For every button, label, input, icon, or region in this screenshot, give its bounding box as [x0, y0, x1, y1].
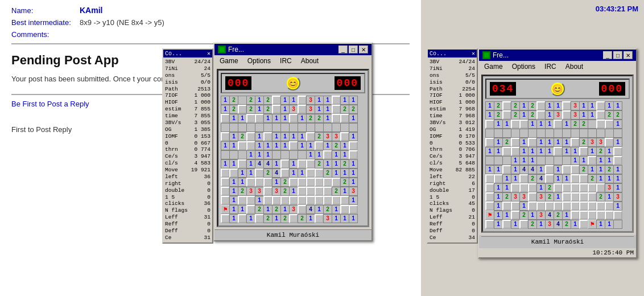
ms-cell[interactable]: 1 — [340, 96, 349, 105]
ms-cell[interactable]: 2 — [272, 205, 281, 214]
ms-cell[interactable]: 1 — [494, 202, 503, 211]
ms-cell[interactable]: 1 — [536, 183, 546, 192]
ms-cell[interactable]: 1 — [562, 147, 571, 156]
ms-cell[interactable]: 2 — [613, 110, 622, 120]
fc2-close-btn[interactable]: ✕ — [624, 51, 633, 59]
ms-cell[interactable]: 1 — [613, 183, 622, 192]
ms-cell[interactable] — [605, 138, 614, 147]
ms-cell[interactable]: 1 — [554, 101, 563, 110]
ms-cell[interactable] — [229, 168, 238, 178]
ms-cell[interactable] — [246, 205, 255, 214]
ms-cell[interactable] — [272, 105, 281, 114]
ms-cell[interactable]: 3 — [246, 187, 255, 196]
ms-cell[interactable]: 1 — [229, 214, 238, 223]
ms-cell[interactable]: 1 — [494, 211, 503, 220]
ms-cell[interactable]: 1 — [280, 114, 290, 123]
ms-cell[interactable] — [306, 159, 315, 168]
ms-cell[interactable]: 1 — [588, 101, 597, 110]
ms-cell[interactable]: 3 — [588, 138, 597, 147]
ms-cell[interactable]: 1 — [280, 105, 290, 114]
ms-cell[interactable] — [289, 196, 298, 205]
ms-cell[interactable] — [536, 156, 546, 165]
ms-cell[interactable]: 1 — [502, 120, 511, 129]
ms-cell[interactable] — [519, 129, 529, 138]
ms-cell[interactable] — [485, 120, 494, 129]
ms-cell[interactable] — [349, 123, 358, 132]
ms-cell[interactable]: 1 — [536, 120, 546, 129]
ms-cell[interactable]: 2 — [263, 168, 273, 178]
ms-cell[interactable]: 2 — [511, 110, 520, 120]
ms-cell[interactable]: 1 — [255, 141, 264, 150]
ms-cell[interactable]: 1 — [528, 120, 537, 129]
ms-cell[interactable] — [289, 123, 298, 132]
ms-cell[interactable]: 1 — [255, 132, 264, 141]
ms-cell[interactable]: 1 — [323, 114, 332, 123]
ms-cell[interactable]: 4 — [519, 165, 529, 174]
ms-cell[interactable] — [306, 178, 315, 187]
ms-cell[interactable]: 1 — [545, 101, 554, 110]
ms-cell[interactable] — [494, 156, 503, 165]
ms-cell[interactable]: 1 — [280, 141, 290, 150]
ms-cell[interactable] — [596, 110, 605, 120]
ms-cell[interactable] — [579, 211, 588, 220]
ms-cell[interactable] — [502, 129, 511, 138]
ms-cell[interactable]: 1 — [596, 220, 605, 229]
ms-cell[interactable]: 1 — [494, 220, 503, 229]
ms-cell[interactable]: 1 — [272, 178, 281, 187]
ms-cell[interactable]: 1 — [519, 101, 529, 110]
ms-cell[interactable] — [536, 129, 546, 138]
ms-cell[interactable]: 2 — [263, 105, 273, 114]
ms-cell[interactable]: 1 — [519, 110, 529, 120]
ms-cell[interactable] — [306, 187, 315, 196]
ms-cell[interactable] — [502, 202, 511, 211]
fc2-smiley[interactable]: 😊 — [550, 81, 565, 96]
ms-cell[interactable]: 1 — [494, 192, 503, 202]
ms-cell[interactable] — [306, 132, 315, 141]
ms-cell[interactable]: 1 — [323, 141, 332, 150]
ms-cell[interactable]: 1 — [272, 214, 281, 223]
ms-cell[interactable]: 2 — [332, 141, 341, 150]
ms-cell[interactable] — [554, 147, 563, 156]
ms-cell[interactable]: 1 — [349, 114, 358, 123]
ms-cell[interactable] — [306, 123, 315, 132]
ms-cell[interactable]: 2 — [323, 168, 332, 178]
ms-cell[interactable]: 1 — [571, 220, 580, 229]
ms-cell[interactable] — [263, 123, 273, 132]
ms-cell[interactable] — [528, 183, 537, 192]
ms-cell[interactable]: 2 — [528, 174, 537, 183]
ms-cell[interactable] — [221, 187, 230, 196]
ms-cell[interactable]: 1 — [528, 147, 537, 156]
ms-cell[interactable] — [323, 123, 332, 132]
ms-cell[interactable]: 1 — [340, 150, 349, 159]
ms-cell[interactable]: 1 — [306, 141, 315, 150]
ms-cell[interactable]: 1 — [494, 120, 503, 129]
ms-cell[interactable]: 1 — [246, 150, 255, 159]
ms-cell[interactable]: 1 — [315, 96, 324, 105]
ms-cell[interactable]: 2 — [315, 159, 324, 168]
ms-cell[interactable]: 1 — [562, 120, 571, 129]
ms-cell[interactable]: 1 — [289, 187, 298, 196]
ms-cell[interactable] — [332, 196, 341, 205]
ms-cell[interactable]: 1 — [545, 120, 554, 129]
ms-cell[interactable]: 1 — [528, 156, 537, 165]
ms-cell[interactable]: 3 — [332, 132, 341, 141]
ms-cell[interactable]: 1 — [315, 205, 324, 214]
ms-cell[interactable]: 1 — [289, 96, 298, 105]
ms-cell[interactable] — [502, 101, 511, 110]
ms-cell[interactable]: 1 — [519, 138, 529, 147]
ms-cell[interactable] — [613, 220, 622, 229]
ms-cell[interactable]: 1 — [238, 114, 247, 123]
ms-cell[interactable]: 1 — [298, 141, 307, 150]
ms-cell[interactable]: 1 — [246, 168, 255, 178]
ms-cell[interactable] — [588, 129, 597, 138]
ms-cell[interactable] — [588, 202, 597, 211]
ms-cell[interactable] — [280, 159, 290, 168]
ms-cell[interactable]: 2 — [545, 192, 554, 202]
ms-cell[interactable] — [485, 174, 494, 183]
ms-cell[interactable]: 1 — [332, 214, 341, 223]
ms-cell[interactable]: 1 — [571, 156, 580, 165]
ms-cell[interactable]: 1 — [298, 114, 307, 123]
ms-cell[interactable]: 2 — [588, 174, 597, 183]
ms-cell[interactable] — [596, 101, 605, 110]
ms-cell[interactable]: 2 — [340, 105, 349, 114]
